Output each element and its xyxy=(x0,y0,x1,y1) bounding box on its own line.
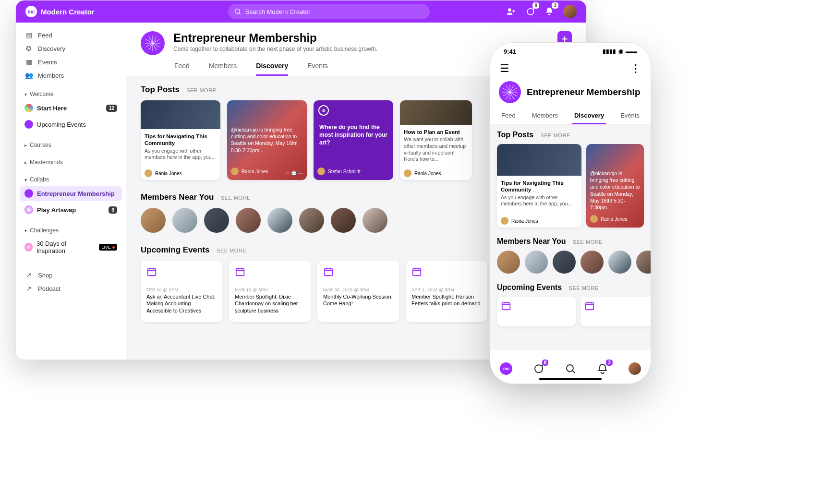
see-more-link[interactable]: SEE MORE xyxy=(573,239,603,245)
user-avatar[interactable] xyxy=(563,5,577,18)
search-icon xyxy=(234,8,242,15)
member-avatar[interactable] xyxy=(267,208,292,233)
event-card[interactable]: APR 1, 2023 @ 3PM Member Spotlight: Hans… xyxy=(406,261,487,322)
member-avatar[interactable] xyxy=(141,208,166,233)
see-more-link[interactable]: SEE MORE xyxy=(569,285,599,291)
chat-icon[interactable]: 8 xyxy=(525,6,535,17)
add-member-icon[interactable] xyxy=(506,6,516,17)
bell-badge: 3 xyxy=(606,360,613,366)
tab-discovery[interactable]: Discovery xyxy=(572,109,606,124)
section-challenges[interactable]: Challenges xyxy=(20,225,122,236)
post-card-question[interactable]: ≡ Where do you find the most inspiration… xyxy=(314,100,393,180)
page-subtitle: Come together to collaborate on the next… xyxy=(173,46,377,52)
signal-icon: ▮▮▮▮ xyxy=(603,48,616,55)
member-avatar[interactable] xyxy=(363,208,387,233)
battery-icon: ▬▬ xyxy=(626,48,637,55)
section-title: Members Near You xyxy=(141,192,214,202)
section-title: Members Near You xyxy=(497,237,566,246)
svg-point-0 xyxy=(235,9,239,13)
external-link-icon: ↗ xyxy=(24,271,33,279)
calendar-icon xyxy=(501,300,511,311)
color-dot-icon xyxy=(24,104,33,112)
page-title: Entrepreneur Membership xyxy=(173,31,377,45)
member-avatar[interactable] xyxy=(299,208,324,233)
count-badge: 9 xyxy=(109,206,117,214)
event-card[interactable]: MAR 30, 2023 @ 3PM Monthly Co-Working Se… xyxy=(317,261,399,322)
member-avatar[interactable] xyxy=(553,251,576,274)
nav-feed[interactable]: ▤Feed xyxy=(20,28,122,42)
chat-badge: 8 xyxy=(532,2,539,9)
post-card[interactable]: @nickarrojo is bringing free cutting and… xyxy=(227,100,307,180)
event-card[interactable]: MAR 19 @ 3PM Member Spotlight: Dixie Cha… xyxy=(229,261,311,322)
more-icon[interactable]: ⋮ xyxy=(630,62,641,75)
link-podcast[interactable]: ↗Podcast xyxy=(20,282,122,295)
phone-status-bar: 9:41 ▮▮▮▮ ◉ ▬▬ xyxy=(490,43,651,60)
svg-point-51 xyxy=(567,365,573,372)
tab-home-icon[interactable]: mc xyxy=(499,361,513,376)
tab-feed[interactable]: Feed xyxy=(174,62,190,76)
tab-members[interactable]: Members xyxy=(209,62,237,76)
community-logo-icon xyxy=(141,31,165,55)
live-badge: LIVE xyxy=(99,244,117,251)
nav-members[interactable]: 👥Members xyxy=(20,69,122,82)
topbar-actions: 8 3 xyxy=(506,5,577,18)
nav-events[interactable]: ▦Events xyxy=(20,55,122,69)
sidebar-item-start-here[interactable]: Start Here 12 xyxy=(20,100,122,116)
tab-events[interactable]: Events xyxy=(618,109,641,124)
tab-search-icon[interactable] xyxy=(563,361,578,376)
post-action-icons: ♡ 💬 ⋯ xyxy=(285,171,303,176)
post-card[interactable]: How to Plan an Event We want you to coll… xyxy=(400,100,472,180)
phone-tabs: Feed Members Discovery Events xyxy=(490,107,651,125)
sidebar-item-upcoming-events[interactable]: Upcoming Events xyxy=(20,117,122,132)
tab-discovery[interactable]: Discovery xyxy=(256,62,288,76)
member-avatar[interactable] xyxy=(608,251,631,274)
brand-name: Modern Creator xyxy=(41,8,95,16)
tab-bell-icon[interactable]: 3 xyxy=(595,361,610,376)
event-card[interactable] xyxy=(497,297,576,326)
compass-icon: ✪ xyxy=(24,45,33,52)
brand[interactable]: mc Modern Creator xyxy=(25,6,95,17)
post-card[interactable]: Tips for Navigating This Community As yo… xyxy=(497,144,581,228)
member-avatar[interactable] xyxy=(204,208,229,233)
member-avatar[interactable] xyxy=(580,251,604,274)
event-card[interactable]: FEB 19 @ 3PM Ask an Accountant Live Chat… xyxy=(141,261,222,322)
member-avatar[interactable] xyxy=(525,251,548,274)
see-more-link[interactable]: SEE MORE xyxy=(217,248,246,253)
section-courses[interactable]: Courses xyxy=(20,140,122,150)
member-avatar[interactable] xyxy=(172,208,197,233)
question-icon: ≡ xyxy=(318,105,329,116)
section-masterminds[interactable]: Masterminds xyxy=(20,157,122,168)
menu-icon[interactable]: ☰ xyxy=(500,62,509,75)
member-avatar[interactable] xyxy=(236,208,261,233)
dot-icon xyxy=(24,189,33,198)
brand-logo-icon: mc xyxy=(25,6,37,17)
bell-icon[interactable]: 3 xyxy=(544,6,555,17)
count-badge: 12 xyxy=(106,105,117,112)
section-collabs[interactable]: Collabs xyxy=(20,174,122,185)
event-card[interactable] xyxy=(580,297,651,326)
calendar-icon: ▦ xyxy=(24,58,33,66)
section-welcome[interactable]: Welcome xyxy=(20,89,122,99)
member-avatar[interactable] xyxy=(497,251,520,274)
svg-rect-47 xyxy=(586,303,594,310)
tab-events[interactable]: Events xyxy=(307,62,328,76)
sidebar-item-30days[interactable]: 30 Days of Inspiration LIVE xyxy=(20,237,122,258)
nav-discovery[interactable]: ✪Discovery xyxy=(20,42,122,55)
tab-members[interactable]: Members xyxy=(530,109,560,124)
sidebar-item-entrepreneur[interactable]: Entrepreneur Membership xyxy=(20,186,122,201)
see-more-link[interactable]: SEE MORE xyxy=(221,195,251,201)
see-more-link[interactable]: SEE MORE xyxy=(186,87,216,93)
search-input[interactable]: Search Modern Creator xyxy=(228,4,430,19)
post-card[interactable]: @nickarrojo is bringing free cutting and… xyxy=(586,144,644,228)
link-shop[interactable]: ↗Shop xyxy=(20,268,122,282)
tab-feed[interactable]: Feed xyxy=(499,109,518,124)
member-avatar[interactable] xyxy=(331,208,356,233)
tab-chat-icon[interactable]: 8 xyxy=(531,361,545,376)
see-more-link[interactable]: SEE MORE xyxy=(541,132,570,138)
sidebar-item-artswap[interactable]: Play Artswap 9 xyxy=(20,202,122,217)
post-card[interactable]: Tips for Navigating This Community As yo… xyxy=(141,100,220,180)
member-avatar[interactable] xyxy=(636,251,651,274)
post-image xyxy=(141,100,220,129)
author-avatar xyxy=(231,168,239,175)
tab-profile-avatar[interactable] xyxy=(628,361,642,376)
